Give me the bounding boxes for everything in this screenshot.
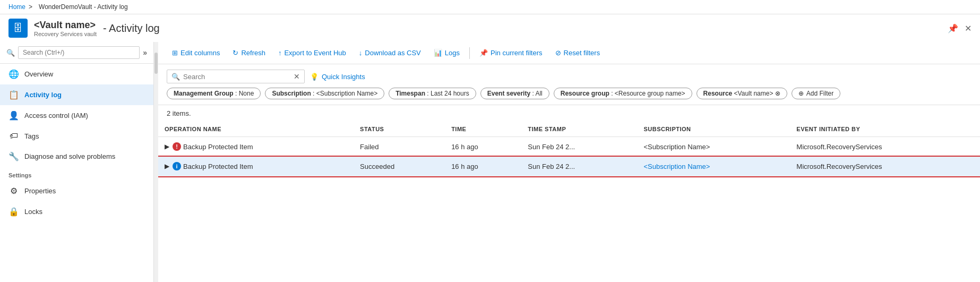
row2-timestamp: Sun Feb 24 2...	[521, 157, 637, 176]
search-box-icon: 🔍	[171, 73, 180, 81]
search-box: 🔍 ✕	[167, 70, 305, 83]
properties-icon: ⚙	[8, 186, 19, 196]
col-timestamp: TIME STAMP	[521, 122, 637, 137]
sidebar-nav: 🌐 Overview 📋 Activity log 👤 Access contr…	[0, 64, 153, 282]
row2-status: Succeeded	[354, 157, 445, 176]
reset-filters-icon: ⊘	[555, 49, 561, 57]
row2-subscription-link[interactable]: <Subscription Name>	[643, 163, 710, 170]
breadcrumb-separator: >	[29, 3, 32, 11]
row1-time: 16 h ago	[445, 137, 521, 157]
window-title: 🗄 <Vault name> Recovery Services vault -…	[8, 19, 160, 38]
pin-filters-button[interactable]: 📌 Pin current filters	[474, 46, 548, 59]
toolbar: ⊞ Edit columns ↻ Refresh ↑ Export to Eve…	[158, 42, 980, 64]
vault-name-block: <Vault name> Recovery Services vault	[34, 20, 97, 37]
filter-row-2: Management Group : None Subscription : <…	[167, 88, 972, 99]
pin-button[interactable]: 📌	[948, 23, 958, 33]
export-button[interactable]: ↑ Export to Event Hub	[273, 46, 351, 59]
search-input[interactable]	[183, 73, 290, 81]
row1-subscription: <Subscription Name>	[637, 137, 790, 157]
row1-status: Failed	[354, 137, 445, 157]
sidebar-item-locks[interactable]: 🔒 Locks	[0, 201, 153, 222]
download-icon: ↓	[359, 49, 363, 57]
sidebar-item-activity-log[interactable]: 📋 Activity log	[0, 84, 153, 105]
add-filter-icon: ⊕	[798, 90, 804, 97]
tags-icon: 🏷	[8, 131, 19, 141]
activity-log-title: - Activity log	[103, 22, 160, 35]
refresh-button[interactable]: ↻ Refresh	[227, 46, 271, 59]
edit-columns-button[interactable]: ⊞ Edit columns	[167, 46, 225, 59]
filter-event-severity[interactable]: Event severity : All	[480, 88, 549, 99]
table-row[interactable]: ▶ ! Backup Protected Item Failed 16 h ag…	[158, 137, 980, 157]
quick-insights-icon: 💡	[310, 73, 319, 81]
overview-icon: 🌐	[8, 69, 19, 79]
row1-operation-name: Backup Protected Item	[183, 143, 253, 151]
items-count: 2 items.	[158, 105, 980, 122]
row2-event-initiated: Microsoft.RecoveryServices	[790, 157, 980, 176]
filter-row-1: 🔍 ✕ 💡 Quick Insights	[167, 70, 972, 83]
sidebar-item-overview[interactable]: 🌐 Overview	[0, 64, 153, 84]
sidebar-item-label-properties: Properties	[24, 187, 56, 195]
sidebar-item-label-activity-log: Activity log	[24, 91, 62, 99]
toolbar-separator	[469, 47, 470, 59]
export-icon: ↑	[278, 49, 282, 57]
sidebar-item-tags[interactable]: 🏷 Tags	[0, 126, 153, 146]
breadcrumb-page: WonderDemoVault - Activity log	[39, 3, 128, 11]
sidebar-item-label-overview: Overview	[24, 70, 53, 78]
table-row[interactable]: ▶ i Backup Protected Item Succeeded 16 h…	[158, 157, 980, 176]
col-status: STATUS	[354, 122, 445, 137]
vault-subtitle: Recovery Services vault	[34, 31, 97, 37]
filter-timespan[interactable]: Timespan : Last 24 hours	[389, 88, 476, 99]
col-subscription: SUBSCRIPTION	[637, 122, 790, 137]
locks-icon: 🔒	[8, 207, 19, 217]
sidebar-item-properties[interactable]: ⚙ Properties	[0, 181, 153, 201]
sidebar-scroll-thumb	[154, 53, 158, 74]
filter-subscription[interactable]: Subscription : <Subscription Name>	[265, 88, 384, 99]
row2-expand-button[interactable]: ▶	[165, 163, 169, 170]
add-filter-button[interactable]: ⊕ Add Filter	[792, 88, 840, 99]
download-button[interactable]: ↓ Download as CSV	[354, 46, 426, 59]
col-time: TIME	[445, 122, 521, 137]
row1-timestamp: Sun Feb 24 2...	[521, 137, 637, 157]
quick-insights-button[interactable]: 💡 Quick Insights	[310, 73, 365, 81]
sidebar-item-label-diagnose: Diagnose and solve problems	[24, 152, 115, 160]
filter-resource[interactable]: Resource <Vault name> ⊗	[697, 88, 787, 99]
iam-icon: 👤	[8, 110, 19, 121]
col-operation-name: OPERATION NAME	[158, 122, 354, 137]
filter-management-group[interactable]: Management Group : None	[167, 88, 261, 99]
row1-status-icon: !	[173, 142, 181, 151]
reset-filters-button[interactable]: ⊘ Reset filters	[550, 46, 606, 59]
breadcrumb: Home > WonderDemoVault - Activity log	[0, 0, 980, 14]
sidebar: 🔍 » 🌐 Overview 📋 Activity log 👤 Access c…	[0, 42, 154, 282]
sidebar-search-input[interactable]	[18, 46, 140, 59]
window-bar: 🗄 <Vault name> Recovery Services vault -…	[0, 14, 980, 42]
resource-clear-icon[interactable]: ⊗	[775, 90, 780, 97]
row2-subscription: <Subscription Name>	[637, 157, 790, 176]
row2-status-icon: i	[173, 162, 181, 170]
breadcrumb-home[interactable]: Home	[8, 3, 25, 11]
logs-icon: 📊	[434, 49, 442, 57]
content-area: ⊞ Edit columns ↻ Refresh ↑ Export to Eve…	[158, 42, 980, 282]
vault-name: <Vault name>	[34, 20, 97, 31]
filter-resource-group[interactable]: Resource group : <Resource group name>	[554, 88, 692, 99]
sidebar-scrollbar[interactable]	[154, 42, 158, 282]
sidebar-item-iam[interactable]: 👤 Access control (IAM)	[0, 105, 153, 126]
sidebar-item-label-locks: Locks	[24, 208, 42, 216]
search-clear-button[interactable]: ✕	[294, 72, 300, 81]
sidebar-item-diagnose[interactable]: 🔧 Diagnose and solve problems	[0, 146, 153, 167]
edit-columns-icon: ⊞	[172, 49, 178, 57]
logs-button[interactable]: 📊 Logs	[428, 46, 465, 59]
activity-table: OPERATION NAME STATUS TIME TIME STAMP SU…	[158, 122, 980, 176]
settings-section-label: Settings	[0, 167, 153, 181]
row2-operation-name: Backup Protected Item	[183, 163, 253, 170]
close-button[interactable]: ✕	[965, 23, 972, 33]
refresh-icon: ↻	[233, 49, 238, 57]
sidebar-item-label-iam: Access control (IAM)	[24, 112, 88, 119]
pin-filters-icon: 📌	[479, 49, 488, 57]
activity-log-icon: 📋	[8, 90, 19, 100]
table-container: OPERATION NAME STATUS TIME TIME STAMP SU…	[158, 122, 980, 282]
collapse-sidebar-button[interactable]: »	[143, 48, 147, 57]
col-event-initiated: EVENT INITIATED BY	[790, 122, 980, 137]
row2-time: 16 h ago	[445, 157, 521, 176]
row1-operation: ▶ ! Backup Protected Item	[158, 137, 354, 157]
row1-expand-button[interactable]: ▶	[165, 143, 169, 150]
